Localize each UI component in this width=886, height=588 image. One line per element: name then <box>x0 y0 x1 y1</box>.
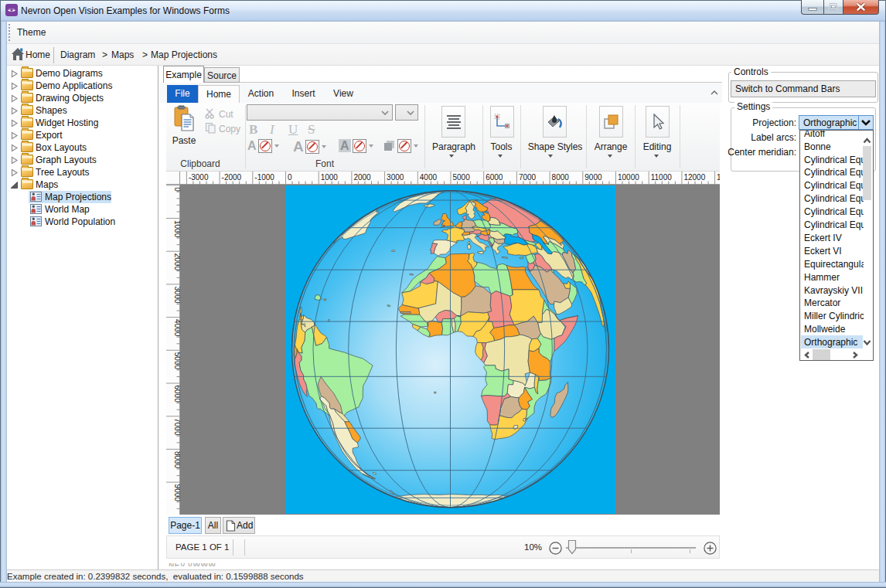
svg-text:8000: 8000 <box>552 173 570 182</box>
svg-text:2000: 2000 <box>173 253 181 271</box>
svg-text:12000: 12000 <box>683 173 705 182</box>
svg-text:5000: 5000 <box>453 173 471 182</box>
svg-text:3000: 3000 <box>173 286 181 304</box>
svg-text:4000: 4000 <box>420 173 438 182</box>
svg-text:-3000: -3000 <box>189 173 209 182</box>
svg-text:9000: 9000 <box>173 484 181 502</box>
svg-text:8000: 8000 <box>173 451 181 469</box>
svg-text:10000: 10000 <box>618 173 639 182</box>
svg-text:4000: 4000 <box>173 319 181 337</box>
svg-text:2000: 2000 <box>353 173 371 182</box>
svg-text:13000: 13000 <box>717 173 720 182</box>
svg-text:6000: 6000 <box>173 386 181 403</box>
svg-text:6000: 6000 <box>486 173 503 182</box>
svg-text:7000: 7000 <box>519 173 537 182</box>
svg-text:5000: 5000 <box>173 352 181 370</box>
svg-text:11000: 11000 <box>651 173 673 182</box>
svg-text:0: 0 <box>288 173 292 182</box>
svg-text:-1000: -1000 <box>254 173 274 182</box>
svg-text:-2000: -2000 <box>222 173 242 182</box>
svg-text:3000: 3000 <box>387 173 404 182</box>
svg-text:9000: 9000 <box>584 173 602 182</box>
svg-text:1000: 1000 <box>173 220 181 238</box>
svg-text:7000: 7000 <box>173 418 181 436</box>
svg-text:0: 0 <box>173 187 181 192</box>
svg-text:1000: 1000 <box>321 173 339 182</box>
